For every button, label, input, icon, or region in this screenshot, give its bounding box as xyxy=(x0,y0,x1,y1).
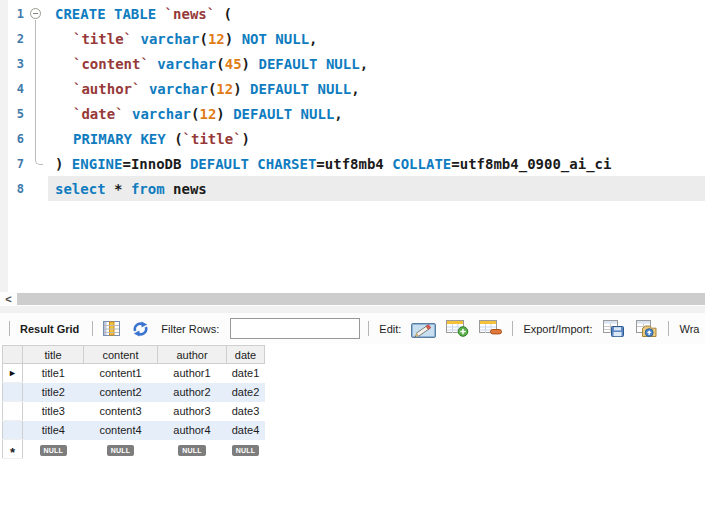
column-header-author[interactable]: author xyxy=(158,346,227,364)
code-line-2[interactable]: 2`title` varchar(12) NOT NULL, xyxy=(0,26,705,51)
token-kw: ENGINE xyxy=(72,156,123,172)
code-text[interactable]: ) ENGINE=InnoDB DEFAULT CHARSET=utf8mb4 … xyxy=(48,151,705,176)
token-kw: varchar xyxy=(157,56,216,72)
result-grid-icon[interactable] xyxy=(103,321,120,336)
import-icon[interactable] xyxy=(636,320,657,337)
code-text[interactable]: PRIMARY KEY (`title`) xyxy=(48,126,705,151)
token-pl: ( xyxy=(208,81,216,97)
token-pl: ( xyxy=(216,56,224,72)
code-text[interactable]: `title` varchar(12) NOT NULL, xyxy=(48,26,705,51)
grid-cell[interactable]: author1 xyxy=(158,364,227,383)
horizontal-scrollbar[interactable]: < xyxy=(0,292,705,306)
grid-cell[interactable]: author2 xyxy=(158,383,227,402)
new-row-marker-icon: * xyxy=(10,445,15,459)
select-all-corner[interactable] xyxy=(3,346,23,364)
code-text[interactable]: select * from news xyxy=(48,176,705,201)
code-fold-toggle-icon[interactable] xyxy=(26,1,48,26)
grid-cell[interactable]: date4 xyxy=(227,421,265,440)
token-val: news xyxy=(173,181,207,197)
token-kw: DEFAULT NULL xyxy=(258,56,359,72)
null-badge: NULL xyxy=(178,445,205,456)
token-pl xyxy=(149,56,157,72)
column-header-content[interactable]: content xyxy=(84,346,158,364)
grid-cell[interactable]: content3 xyxy=(84,402,158,421)
token-pl: = xyxy=(122,156,130,172)
scroll-left-button[interactable]: < xyxy=(2,292,15,306)
edit-record-icon[interactable] xyxy=(411,320,436,338)
add-row-icon[interactable] xyxy=(446,320,469,337)
refresh-icon[interactable] xyxy=(132,321,149,337)
wrap-cell-content-label: Wra xyxy=(679,323,699,335)
result-grid-table[interactable]: titlecontentauthordate►title1content1aut… xyxy=(2,345,265,459)
token-pl: ) xyxy=(216,106,233,122)
token-pl: ) xyxy=(242,56,259,72)
grid-cell[interactable]: author3 xyxy=(158,402,227,421)
column-header-title[interactable]: title xyxy=(23,346,84,364)
toolbar-separator xyxy=(368,321,369,336)
export-icon[interactable] xyxy=(603,320,624,337)
grid-cell[interactable]: title1 xyxy=(23,364,84,383)
token-pl: ( xyxy=(215,6,232,22)
code-lines: 1CREATE TABLE `news` (2`title` varchar(1… xyxy=(0,1,705,201)
filter-rows-input[interactable] xyxy=(230,318,360,339)
grid-cell-null[interactable]: NULL xyxy=(158,440,227,459)
code-line-8[interactable]: 8select * from news xyxy=(0,176,705,201)
token-kw: from xyxy=(131,181,165,197)
new-row-selector[interactable]: * xyxy=(3,440,23,459)
row-selector[interactable]: ► xyxy=(3,364,23,383)
line-number: 4 xyxy=(0,82,26,96)
result-grid-label: Result Grid xyxy=(20,323,79,335)
grid-cell[interactable]: date2 xyxy=(227,383,265,402)
token-kw: varchar xyxy=(149,81,208,97)
token-pl xyxy=(181,156,189,172)
scrollbar-thumb[interactable] xyxy=(17,293,705,305)
column-header-date[interactable]: date xyxy=(227,346,265,364)
fold-gutter xyxy=(26,76,48,101)
token-pl: ) xyxy=(233,81,250,97)
grid-cell[interactable]: author4 xyxy=(158,421,227,440)
row-selector[interactable] xyxy=(3,383,23,402)
grid-cell[interactable]: content1 xyxy=(84,364,158,383)
null-badge: NULL xyxy=(232,445,259,456)
row-selector[interactable] xyxy=(3,421,23,440)
table-row: title4content4author4date4 xyxy=(3,421,265,440)
null-badge: NULL xyxy=(107,445,134,456)
grid-cell[interactable]: title3 xyxy=(23,402,84,421)
code-text[interactable]: `content` varchar(45) DEFAULT NULL, xyxy=(48,51,705,76)
grid-cell[interactable]: content4 xyxy=(84,421,158,440)
token-val: InnoDB xyxy=(131,156,182,172)
grid-cell-null[interactable]: NULL xyxy=(23,440,84,459)
token-num: 12 xyxy=(216,81,233,97)
code-line-3[interactable]: 3`content` varchar(45) DEFAULT NULL, xyxy=(0,51,705,76)
grid-cell[interactable]: content2 xyxy=(84,383,158,402)
code-text[interactable]: `date` varchar(12) DEFAULT NULL, xyxy=(48,101,705,126)
code-line-1[interactable]: 1CREATE TABLE `news` ( xyxy=(0,1,705,26)
fold-gutter xyxy=(26,26,48,51)
grid-cell[interactable]: date3 xyxy=(227,402,265,421)
token-num: 12 xyxy=(199,106,216,122)
code-line-7[interactable]: 7) ENGINE=InnoDB DEFAULT CHARSET=utf8mb4… xyxy=(0,151,705,176)
code-text[interactable]: CREATE TABLE `news` ( xyxy=(48,1,705,26)
grid-cell[interactable]: date1 xyxy=(227,364,265,383)
token-kw: NOT NULL xyxy=(242,31,309,47)
line-number: 2 xyxy=(0,32,26,46)
grid-cell-null[interactable]: NULL xyxy=(227,440,265,459)
token-pl: , xyxy=(309,31,317,47)
code-text[interactable]: `author` varchar(12) DEFAULT NULL, xyxy=(48,76,705,101)
row-selector[interactable] xyxy=(3,402,23,421)
grid-cell[interactable]: title4 xyxy=(23,421,84,440)
table-row: title2content2author2date2 xyxy=(3,383,265,402)
fold-gutter xyxy=(26,176,48,201)
code-line-6[interactable]: 6PRIMARY KEY (`title`) xyxy=(0,126,705,151)
sql-editor[interactable]: 1CREATE TABLE `news` (2`title` varchar(1… xyxy=(0,0,705,292)
grid-cell[interactable]: title2 xyxy=(23,383,84,402)
delete-row-icon[interactable] xyxy=(479,320,502,337)
toolbar-separator xyxy=(668,321,669,336)
grid-cell-null[interactable]: NULL xyxy=(84,440,158,459)
code-line-4[interactable]: 4`author` varchar(12) DEFAULT NULL, xyxy=(0,76,705,101)
token-kw: PRIMARY KEY xyxy=(73,131,166,147)
new-row: *NULLNULLNULLNULL xyxy=(3,440,265,459)
code-line-5[interactable]: 5`date` varchar(12) DEFAULT NULL, xyxy=(0,101,705,126)
token-pl xyxy=(132,31,140,47)
line-number: 6 xyxy=(0,132,26,146)
